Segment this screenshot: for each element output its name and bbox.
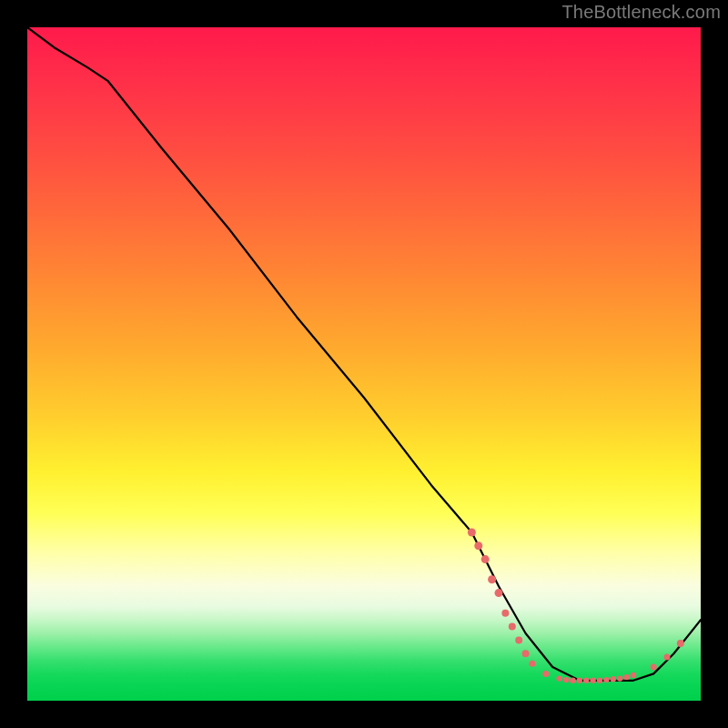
chart-marker <box>509 623 516 631</box>
chart-marker <box>481 555 490 563</box>
chart-marker <box>474 541 482 550</box>
chart-marker <box>631 672 636 678</box>
chart-marker <box>556 675 561 681</box>
chart-marker <box>664 653 671 660</box>
chart-marker <box>530 661 536 667</box>
chart-marker <box>677 640 684 647</box>
chart-marker <box>501 610 509 617</box>
chart-marker <box>617 675 622 681</box>
chart-marker <box>542 671 549 677</box>
chart-marker <box>590 678 595 683</box>
chart-line <box>27 27 701 681</box>
chart-marker <box>583 678 589 683</box>
chart-marker <box>570 678 575 683</box>
chart-marker <box>488 575 496 583</box>
chart-markers <box>468 529 684 684</box>
watermark-text: TheBottleneck.com <box>561 2 721 23</box>
chart-marker <box>603 677 609 682</box>
chart-marker <box>563 677 569 682</box>
chart-stage: TheBottleneck.com <box>0 0 728 728</box>
chart-marker <box>577 678 582 683</box>
chart-marker <box>495 589 503 597</box>
chart-svg <box>27 27 701 701</box>
chart-marker <box>611 676 616 682</box>
chart-marker <box>515 636 522 643</box>
chart-marker <box>597 678 602 683</box>
chart-plot-area <box>27 27 701 701</box>
chart-marker <box>468 529 476 537</box>
chart-marker <box>623 674 629 680</box>
chart-marker <box>522 650 530 657</box>
chart-marker <box>651 664 657 671</box>
